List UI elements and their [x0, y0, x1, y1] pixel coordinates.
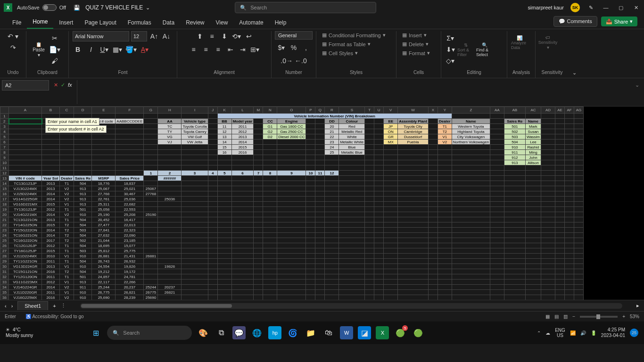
copy-icon[interactable]: 📄▾ — [49, 44, 60, 55]
cell-W23[interactable] — [398, 228, 429, 233]
cell-AB4[interactable]: 502 — [504, 129, 525, 134]
cell-AA16[interactable] — [490, 191, 504, 197]
row-header-8[interactable]: 8 — [0, 150, 9, 155]
col-header-M[interactable]: M — [254, 107, 263, 114]
cell-U17[interactable] — [374, 197, 384, 202]
cell-H28[interactable] — [158, 254, 182, 259]
cell-B19[interactable]: 2012 — [42, 207, 60, 212]
cell-U36[interactable] — [374, 295, 384, 300]
cell-Y22[interactable] — [438, 222, 452, 228]
cell-N34[interactable] — [263, 285, 277, 290]
cell-AC19[interactable] — [525, 207, 541, 212]
cell-AB9[interactable]: 912 — [504, 155, 525, 160]
cell-AG24[interactable] — [574, 233, 584, 238]
cell-AG1[interactable] — [574, 114, 584, 119]
cell-K1[interactable]: Vehicle Information Number (VIN) Breakdo… — [217, 114, 452, 119]
cell-AG22[interactable] — [574, 222, 584, 228]
cell-W16[interactable] — [398, 191, 429, 197]
cell-X15[interactable] — [428, 186, 438, 191]
cell-T13[interactable] — [365, 176, 374, 181]
row-header-1[interactable]: 1 — [0, 114, 9, 119]
cell-Q33[interactable] — [315, 280, 325, 285]
cell-AF34[interactable] — [565, 285, 574, 290]
col-header-AA[interactable]: AA — [490, 107, 504, 114]
cell-H21[interactable] — [158, 217, 182, 222]
cell-F7[interactable] — [116, 145, 144, 150]
cell-Z17[interactable] — [452, 197, 490, 202]
cell-S22[interactable] — [339, 222, 365, 228]
cell-AF26[interactable] — [565, 243, 574, 248]
cell-K19[interactable] — [217, 207, 231, 212]
cell-O30[interactable] — [277, 264, 306, 269]
cell-M16[interactable] — [254, 191, 263, 197]
cell-AD15[interactable] — [541, 186, 555, 191]
cell-C32[interactable]: T1 — [60, 274, 74, 280]
cell-V13[interactable] — [384, 176, 398, 181]
cell-W20[interactable] — [398, 212, 429, 217]
cell-AF2[interactable] — [565, 119, 574, 124]
cell-AE33[interactable] — [555, 280, 565, 285]
cell-O4[interactable]: Gas 2500 CC — [277, 129, 306, 134]
cell-AB12[interactable] — [504, 171, 525, 176]
cell-C5[interactable] — [60, 134, 74, 140]
cell-AE32[interactable] — [555, 274, 565, 280]
cell-F30[interactable]: 19,826 — [116, 264, 144, 269]
cell-X32[interactable] — [428, 274, 438, 280]
cell-G9[interactable] — [144, 155, 158, 160]
align-right-icon[interactable]: ≡ — [213, 44, 223, 55]
cell-J23[interactable] — [208, 228, 217, 233]
cell-A28[interactable]: VJ11D224MX — [9, 254, 42, 259]
cell-O11[interactable] — [277, 165, 306, 171]
cell-Q35[interactable] — [315, 290, 325, 295]
prev-sheet-icon[interactable]: ‹ — [5, 303, 7, 309]
cell-A18[interactable]: VG16D221MX — [9, 202, 42, 207]
cell-C19[interactable]: T1 — [60, 207, 74, 212]
cell-AF28[interactable] — [565, 254, 574, 259]
cell-T18[interactable] — [365, 202, 374, 207]
cell-AE30[interactable] — [555, 264, 565, 269]
cell-L33[interactable] — [231, 280, 254, 285]
cell-R29[interactable] — [325, 259, 339, 264]
cell-L5[interactable]: 2013 — [231, 134, 254, 140]
cell-AA21[interactable] — [490, 217, 504, 222]
cell-S17[interactable] — [339, 197, 365, 202]
cell-N32[interactable] — [263, 274, 277, 280]
cell-H25[interactable] — [158, 238, 182, 243]
view-normal-icon[interactable]: ▦ — [545, 314, 550, 319]
cell-AF21[interactable] — [565, 217, 574, 222]
cell-AC2[interactable]: Name — [525, 119, 541, 124]
cell-L34[interactable] — [231, 285, 254, 290]
cell-AG27[interactable] — [574, 248, 584, 254]
cell-H2[interactable]: AA — [158, 119, 182, 124]
cell-AA15[interactable] — [490, 186, 504, 191]
cell-B11[interactable] — [42, 165, 60, 171]
cell-F34[interactable]: 20,237 — [116, 285, 144, 290]
cell-AF10[interactable] — [565, 160, 574, 165]
cell-O6[interactable] — [277, 140, 306, 145]
cell-W6[interactable]: Puebla — [398, 140, 429, 145]
cell-AG20[interactable] — [574, 212, 584, 217]
cell-AE28[interactable] — [555, 254, 565, 259]
cell-E34[interactable]: 25,244 — [92, 285, 116, 290]
cell-Q31[interactable] — [315, 269, 325, 274]
cell-D8[interactable] — [74, 150, 92, 155]
cell-A5[interactable] — [9, 134, 42, 140]
cell-B32[interactable]: 2011 — [42, 274, 60, 280]
col-header-O[interactable]: O — [277, 107, 306, 114]
cell-B23[interactable]: 2014 — [42, 228, 60, 233]
cell-E16[interactable]: 27,768 — [92, 191, 116, 197]
cell-V15[interactable] — [384, 186, 398, 191]
cell-C30[interactable]: V1 — [60, 264, 74, 269]
cell-S36[interactable] — [339, 295, 365, 300]
cell-Y7[interactable] — [438, 145, 452, 150]
cell-P6[interactable] — [306, 140, 315, 145]
cell-J31[interactable] — [208, 269, 217, 274]
cell-H18[interactable] — [158, 202, 182, 207]
cell-T30[interactable] — [365, 264, 374, 269]
cell-I21[interactable] — [182, 217, 208, 222]
cell-Y19[interactable] — [438, 207, 452, 212]
cell-H17[interactable]: 25036 — [158, 197, 182, 202]
cell-R13[interactable] — [325, 176, 339, 181]
cell-AD33[interactable] — [541, 280, 555, 285]
row-header-5[interactable]: 5 — [0, 134, 9, 140]
